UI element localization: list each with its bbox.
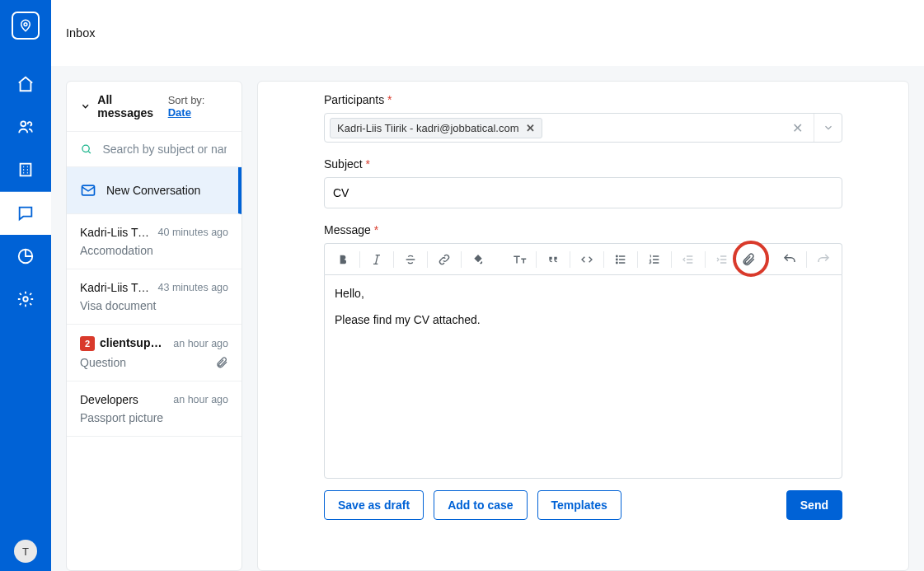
new-conversation-label: New Conversation (106, 184, 200, 197)
inbox-filter-label: All messages (97, 93, 167, 119)
sort-prefix: Sort by: (168, 94, 205, 106)
home-icon (16, 75, 35, 93)
templates-button[interactable]: Templates (537, 490, 621, 520)
svg-point-7 (617, 255, 618, 257)
nav-settings[interactable] (0, 278, 51, 321)
conversation-item[interactable]: Developers an hour ago Passport picture (67, 381, 242, 437)
compose-panel: Participants * Kadri-Liis Tiirik - kadri… (257, 81, 909, 571)
quote-icon (546, 253, 560, 266)
conv-subject: Visa document (80, 299, 156, 312)
bullet-list-button[interactable] (607, 248, 634, 271)
conv-title: Developers (80, 393, 138, 406)
fill-button[interactable] (465, 248, 491, 271)
add-to-case-button[interactable]: Add to case (434, 490, 527, 520)
conversation-item[interactable]: Kadri-Liis Tiirik 40 minutes ago Accomod… (67, 214, 242, 269)
conv-title: 2clientsupport@jobbatical.com, (80, 336, 167, 351)
gear-icon (16, 290, 35, 308)
conv-title: Kadri-Liis Tiirik, kadri germany (80, 281, 152, 294)
envelope-icon (80, 182, 96, 199)
chip-remove-icon[interactable]: ✕ (526, 122, 535, 134)
nav-home[interactable] (0, 63, 51, 105)
subject-input[interactable] (324, 177, 842, 208)
paint-bucket-icon (471, 253, 485, 266)
search-icon (80, 142, 92, 157)
user-avatar[interactable]: T (14, 540, 37, 563)
left-nav-rail: T (0, 0, 51, 571)
unread-badge: 2 (80, 336, 95, 351)
conv-subject: Accomodation (80, 244, 153, 257)
attach-button[interactable] (735, 248, 762, 271)
message-line: Hello, (335, 287, 832, 300)
conv-time: 40 minutes ago (158, 227, 228, 238)
ordered-list-icon (648, 253, 661, 266)
nav-inbox[interactable] (0, 192, 51, 235)
conv-subject: Passport picture (80, 411, 163, 424)
message-line: Please find my CV attached. (335, 313, 832, 326)
editor-toolbar (324, 243, 842, 274)
code-icon (580, 253, 593, 266)
save-draft-button[interactable]: Save as draft (324, 490, 424, 520)
conv-time: 43 minutes ago (158, 282, 228, 293)
inbox-search (67, 131, 242, 167)
quote-button[interactable] (540, 248, 566, 271)
italic-icon (370, 253, 383, 266)
text-size-icon (512, 252, 527, 267)
send-button[interactable]: Send (786, 490, 842, 520)
message-editor[interactable]: Hello, Please find my CV attached. (324, 274, 842, 479)
outdent-button[interactable] (675, 248, 701, 271)
svg-point-0 (24, 23, 27, 26)
people-icon (16, 118, 35, 136)
paperclip-icon (741, 252, 756, 267)
required-mark: * (374, 223, 378, 236)
link-button[interactable] (431, 248, 457, 271)
svg-rect-2 (21, 164, 31, 176)
page-body: All messages Sort by: Date New Conversat… (51, 66, 924, 571)
pie-chart-icon (16, 247, 35, 265)
required-mark: * (366, 157, 370, 171)
search-input[interactable] (101, 142, 228, 157)
svg-point-8 (617, 259, 618, 260)
inbox-filter[interactable]: All messages (80, 93, 168, 119)
required-mark: * (387, 93, 392, 106)
inbox-header: All messages Sort by: Date (67, 82, 242, 131)
participant-chip: Kadri-Liis Tiirik - kadri@jobbatical.com… (330, 118, 542, 138)
nav-reports[interactable] (0, 235, 51, 278)
undo-button[interactable] (776, 248, 803, 271)
link-icon (438, 253, 451, 266)
redo-button[interactable] (810, 248, 837, 271)
bold-button[interactable] (330, 248, 356, 271)
compose-actions: Save as draft Add to case Templates Send (258, 479, 908, 535)
code-button[interactable] (574, 248, 600, 271)
paperclip-icon (215, 356, 228, 369)
building-icon (16, 161, 35, 179)
new-conversation-item[interactable]: New Conversation (67, 167, 242, 214)
conv-subject: Question (80, 356, 126, 369)
app-logo (12, 12, 40, 40)
conv-time: an hour ago (173, 394, 228, 405)
ordered-list-button[interactable] (641, 248, 668, 271)
inbox-panel: All messages Sort by: Date New Conversat… (66, 81, 242, 571)
svg-point-1 (21, 121, 26, 126)
participants-dropdown-caret[interactable] (814, 114, 842, 142)
chevron-down-icon (80, 101, 91, 112)
bold-icon (336, 253, 349, 266)
svg-point-5 (82, 145, 89, 152)
subject-label: Subject * (324, 157, 842, 171)
textsize-button[interactable] (506, 248, 532, 271)
strike-button[interactable] (397, 248, 424, 271)
inbox-sort: Sort by: Date (168, 94, 228, 119)
participants-field[interactable]: Kadri-Liis Tiirik - kadri@jobbatical.com… (324, 113, 842, 143)
indent-button[interactable] (709, 248, 735, 271)
conversation-item[interactable]: 2clientsupport@jobbatical.com, an hour a… (67, 325, 242, 381)
participants-label: Participants * (324, 93, 842, 106)
undo-icon (782, 252, 797, 267)
chat-icon (16, 204, 35, 222)
conversation-item[interactable]: Kadri-Liis Tiirik, kadri germany 43 minu… (67, 269, 242, 325)
sort-link[interactable]: Date (168, 106, 191, 119)
clear-participants-icon[interactable]: ✕ (786, 114, 809, 142)
chevron-down-icon (823, 122, 834, 133)
nav-buildings[interactable] (0, 148, 51, 191)
chip-label: Kadri-Liis Tiirik - kadri@jobbatical.com (337, 122, 519, 134)
nav-people[interactable] (0, 105, 51, 148)
italic-button[interactable] (364, 248, 390, 271)
